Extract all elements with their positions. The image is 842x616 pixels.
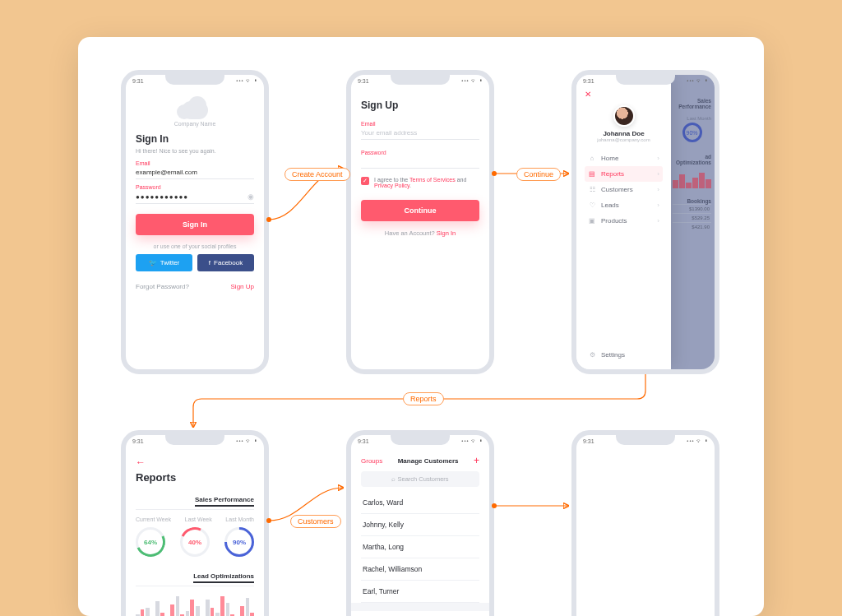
- terms-checkbox[interactable]: ✓: [361, 177, 369, 185]
- chevron-right-icon: ›: [657, 155, 659, 162]
- avatar[interactable]: [613, 105, 635, 127]
- terms-text: I agree to the Terms of Services and Pri…: [374, 177, 479, 188]
- period-last-week: Last Week: [185, 516, 212, 522]
- status-time: 9:31: [132, 78, 144, 84]
- nav-label: Leads: [601, 201, 619, 209]
- screen-drawer: 9:31 ••• ᯤ ▮ Sales Performance Last Mont…: [571, 70, 719, 374]
- company-name: Company Name: [136, 121, 254, 127]
- flow-node: [492, 503, 497, 508]
- twitter-icon: 🐦: [149, 259, 157, 266]
- twitter-label: Twitter: [160, 259, 180, 266]
- customers-title: Manage Customers: [398, 457, 459, 465]
- terms-link[interactable]: Terms of Services: [409, 177, 456, 183]
- nav-label: Customers: [601, 186, 633, 193]
- terms-row: ✓ I agree to the Terms of Services and P…: [361, 177, 479, 188]
- signin-button[interactable]: Sign In: [136, 214, 254, 235]
- phone-notch: [391, 75, 450, 85]
- signin-subtitle: Hi there! Nice to see you again.: [136, 148, 254, 154]
- circle-current: 64%: [136, 527, 165, 557]
- privacy-link[interactable]: Privacy Policy: [374, 183, 409, 188]
- customer-row[interactable]: Earl, Turner: [361, 581, 479, 603]
- customer-row[interactable]: Rachel, Williamson: [361, 558, 479, 581]
- signup-link[interactable]: Sign Up: [231, 283, 254, 290]
- continue-button[interactable]: Continue: [361, 200, 479, 221]
- email-field[interactable]: example@email.com: [136, 166, 254, 179]
- screen-sign-up: 9:31 ••• ᯤ ▮ Sign Up Email Your email ad…: [346, 70, 494, 374]
- lead-chart: [136, 593, 254, 616]
- facebook-label: Facebook: [214, 259, 243, 266]
- nav-icon: ☷: [588, 186, 596, 193]
- circle-val: 90%: [224, 527, 254, 557]
- reports-title: Reports: [136, 471, 254, 484]
- phone-notch: [165, 435, 224, 445]
- customer-row[interactable]: Martha, Long: [361, 536, 479, 558]
- customer-row[interactable]: Carlos, Ward: [361, 492, 479, 514]
- email-field[interactable]: Your email address: [361, 127, 479, 140]
- status-time: 9:31: [358, 78, 369, 84]
- circle-last-week: 40%: [180, 527, 210, 557]
- phone-notch: [391, 435, 450, 445]
- signin-title: Sign In: [136, 133, 254, 145]
- flow-node: [266, 518, 271, 523]
- signin-button-label: Sign In: [183, 220, 207, 229]
- tab-lead-optimizations[interactable]: Lead Optimizations: [193, 572, 254, 583]
- phone-notch: [616, 75, 675, 85]
- customer-row[interactable]: Johnny, Kelly: [361, 514, 479, 536]
- user-name: Johanna Doe: [585, 130, 663, 137]
- add-customer-icon[interactable]: +: [474, 455, 479, 466]
- flow-node: [266, 217, 271, 222]
- period-last-month: Last Month: [225, 516, 254, 522]
- period-current: Current Week: [136, 516, 171, 522]
- password-field[interactable]: ●●●●●●●●●●● ◉: [136, 190, 254, 204]
- status-icons: ••• ᯤ ▮: [687, 78, 708, 84]
- status-icons: ••• ᯤ ▮: [461, 78, 483, 84]
- nav-label: Reports: [601, 170, 624, 178]
- password-field[interactable]: [361, 155, 479, 169]
- search-customers-input[interactable]: ⌕ Search Customers: [361, 471, 479, 487]
- continue-button-label: Continue: [405, 206, 437, 215]
- email-placeholder: Your email address: [361, 129, 417, 137]
- cloud-logo-icon: [182, 101, 208, 119]
- phone-notch: [616, 435, 675, 445]
- email-label: Email: [361, 121, 479, 127]
- user-email: johanna@company.com: [585, 137, 663, 142]
- forgot-password-link[interactable]: Forgot Password?: [136, 283, 189, 290]
- nav-item-home[interactable]: ⌂Home›: [585, 151, 663, 166]
- nav-item-leads[interactable]: ♡Leads›: [585, 197, 663, 213]
- screen-reports: 9:31 ••• ᯤ ▮ ← Reports Sales Performance…: [121, 430, 269, 616]
- status-icons: ••• ᯤ ▮: [461, 438, 483, 444]
- nav-label: Settings: [601, 351, 625, 359]
- flow-label-create-account: Create Account: [285, 168, 350, 181]
- signin-link[interactable]: Sign In: [437, 229, 456, 237]
- close-icon[interactable]: ✕: [585, 90, 663, 99]
- chevron-right-icon: ›: [657, 170, 659, 178]
- circle-val: 40%: [180, 527, 210, 557]
- circle-val: 64%: [136, 527, 165, 557]
- nav-icon: ▤: [588, 170, 596, 178]
- search-placeholder: Search Customers: [397, 475, 448, 483]
- tab-sales-performance[interactable]: Sales Performance: [195, 496, 254, 507]
- or-text: or use one of your social profiles: [136, 243, 254, 249]
- phone-notch: [165, 75, 224, 85]
- facebook-icon: f: [209, 259, 210, 266]
- chevron-right-icon: ›: [657, 201, 659, 209]
- eye-icon[interactable]: ◉: [248, 192, 254, 201]
- email-label: Email: [136, 160, 254, 166]
- signup-title: Sign Up: [361, 100, 479, 111]
- groups-link[interactable]: Groups: [361, 457, 382, 465]
- nav-item-products[interactable]: ▣Products›: [585, 213, 663, 229]
- twitter-button[interactable]: 🐦Twitter: [136, 254, 192, 271]
- gear-icon: ⚙: [588, 351, 596, 359]
- nav-item-reports[interactable]: ▤Reports›: [585, 166, 663, 182]
- flow-canvas: Create Account Continue Reports Customer…: [78, 37, 764, 616]
- nav-settings[interactable]: ⚙Settings: [585, 347, 663, 363]
- nav-icon: ⌂: [588, 155, 596, 162]
- facebook-button[interactable]: fFacebook: [197, 254, 254, 271]
- nav-item-customers[interactable]: ☷Customers›: [585, 182, 663, 197]
- flow-node: [492, 171, 497, 176]
- flow-label-customers: Customers: [290, 515, 341, 528]
- nav-icon: ♡: [588, 201, 596, 209]
- status-icons: ••• ᯤ ▮: [236, 78, 257, 84]
- back-arrow-icon[interactable]: ←: [136, 456, 254, 468]
- flow-label-reports: Reports: [403, 392, 444, 405]
